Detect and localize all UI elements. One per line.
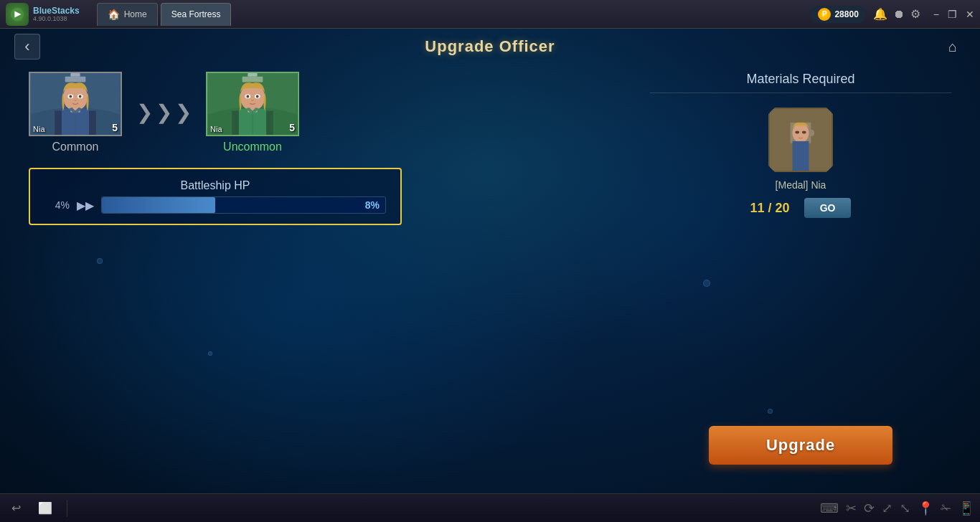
- officer-from-card: 5 Nia Common: [29, 72, 122, 153]
- app-name: BlueStacks: [33, 6, 80, 15]
- home-tab-icon: 🏠: [108, 9, 120, 20]
- taskbar-keyboard[interactable]: ⌨: [820, 500, 839, 516]
- medal-item: [Medal] Nia 11 / 20 GO: [750, 108, 852, 218]
- coins-display: P 28800: [811, 6, 865, 23]
- taskbar-cut[interactable]: ✁: [941, 500, 951, 516]
- left-panel: 5 Nia Common ❯ ❯ ❯: [29, 65, 621, 479]
- tab-home[interactable]: 🏠 Home: [97, 3, 158, 26]
- arrows-indicator: ❯ ❯ ❯: [136, 103, 192, 123]
- taskbar-location[interactable]: 📍: [918, 500, 933, 516]
- stat-name: Battleship HP: [44, 179, 386, 192]
- stat-bar: 8%: [101, 196, 386, 214]
- go-button[interactable]: GO: [804, 198, 852, 218]
- taskbar-resize2[interactable]: ⤡: [900, 500, 910, 516]
- game-area: ‹ Upgrade Officer ⌂: [0, 29, 980, 493]
- svg-rect-3: [65, 77, 86, 82]
- arrow-3: ❯: [175, 103, 192, 123]
- coin-icon: P: [818, 8, 831, 21]
- svg-point-23: [256, 95, 259, 98]
- medal-count-row: 11 / 20 GO: [750, 198, 852, 218]
- stat-bar-fill: [102, 197, 215, 213]
- stat-arrow-icon: ▶▶: [77, 199, 94, 212]
- taskbar-phone[interactable]: 📱: [958, 500, 974, 516]
- coins-amount: 28800: [834, 9, 858, 19]
- svg-point-12: [79, 95, 82, 98]
- arrow-1: ❯: [136, 103, 153, 123]
- stat-row: Battleship HP 4% ▶▶ 8%: [44, 179, 386, 214]
- officer-to-name: Nia: [210, 125, 222, 133]
- stat-bar-row: 4% ▶▶ 8%: [44, 196, 386, 214]
- svg-rect-4: [70, 73, 80, 77]
- stat-old-value: 4%: [44, 199, 70, 211]
- minimize-button[interactable]: −: [933, 9, 939, 20]
- stats-box: Battleship HP 4% ▶▶ 8%: [29, 168, 402, 225]
- svg-rect-14: [242, 77, 263, 82]
- home-button[interactable]: ⌂: [940, 34, 966, 60]
- officer-to-level: 5: [289, 122, 295, 133]
- right-panel: Materials Required: [650, 65, 951, 479]
- officer-from-name: Nia: [33, 125, 45, 133]
- upgrade-button[interactable]: Upgrade: [709, 426, 892, 465]
- arrow-2: ❯: [156, 103, 172, 123]
- officer-to-card: 5 Nia Uncommon: [206, 72, 299, 153]
- medal-portrait: [768, 108, 833, 172]
- medal-name: [Medal] Nia: [776, 179, 826, 191]
- materials-title: Materials Required: [650, 72, 951, 93]
- restore-button[interactable]: ❐: [948, 9, 957, 20]
- officer-upgrade-row: 5 Nia Common ❯ ❯ ❯: [29, 72, 621, 153]
- record-icon[interactable]: ⏺: [893, 8, 905, 21]
- svg-point-27: [802, 131, 806, 134]
- taskbar-separator: [67, 500, 67, 517]
- materials-area: [Medal] Nia 11 / 20 GO: [650, 108, 951, 426]
- svg-point-11: [69, 95, 72, 98]
- svg-point-26: [795, 131, 799, 134]
- taskbar-screenshot[interactable]: ✂: [846, 500, 857, 516]
- game-tab-label: Sea Fortress: [171, 9, 221, 19]
- officer-to-rarity: Uncommon: [223, 141, 282, 153]
- taskbar-resize[interactable]: ⤢: [882, 500, 892, 516]
- medal-count: 11 / 20: [750, 201, 790, 216]
- settings-icon[interactable]: ⚙: [910, 7, 920, 21]
- titlebar: BlueStacks 4.90.0.1038 🏠 Home Sea Fortre…: [0, 0, 980, 29]
- taskbar: ↩ ⬜ ⌨ ✂ ⟳ ⤢ ⤡ 📍 ✁ 📱: [0, 493, 980, 522]
- taskbar-rotate[interactable]: ⟳: [864, 500, 875, 516]
- taskbar-back[interactable]: ↩: [6, 498, 27, 518]
- taskbar-home[interactable]: ⬜: [32, 498, 58, 518]
- stat-new-value: 8%: [365, 199, 380, 211]
- upgrade-btn-row: Upgrade: [650, 426, 951, 479]
- app-logo: [6, 3, 29, 26]
- page-title: Upgrade Officer: [40, 37, 940, 56]
- app-version: 4.90.0.1038: [33, 15, 80, 22]
- officer-from-rarity: Common: [52, 141, 99, 153]
- officer-from-level: 5: [112, 122, 118, 133]
- svg-rect-15: [248, 73, 257, 77]
- back-button[interactable]: ‹: [14, 34, 40, 60]
- officer-from-portrait: 5 Nia: [29, 72, 122, 136]
- svg-point-25: [793, 123, 809, 143]
- officer-to-portrait: 5 Nia: [206, 72, 299, 136]
- svg-rect-28: [793, 141, 809, 171]
- notification-icon[interactable]: 🔔: [873, 7, 887, 21]
- game-topbar: ‹ Upgrade Officer ⌂: [0, 29, 980, 65]
- svg-point-22: [246, 95, 249, 98]
- home-tab-label: Home: [124, 9, 147, 19]
- tab-game[interactable]: Sea Fortress: [161, 3, 232, 26]
- close-button[interactable]: ✕: [966, 9, 974, 20]
